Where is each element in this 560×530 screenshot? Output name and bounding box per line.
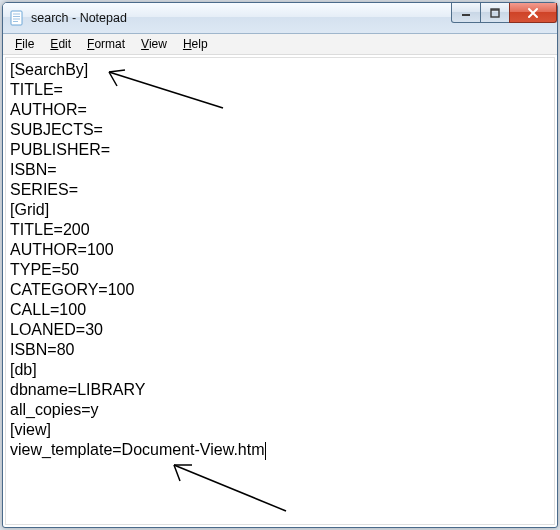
window-title: search - Notepad — [31, 11, 127, 25]
window-control-buttons — [452, 3, 557, 23]
svg-rect-0 — [11, 11, 22, 25]
svg-rect-5 — [462, 14, 470, 16]
minimize-icon — [461, 8, 471, 18]
titlebar[interactable]: search - Notepad — [3, 3, 557, 34]
menu-help[interactable]: Help — [175, 36, 216, 52]
text-editor[interactable]: [SearchBy] TITLE= AUTHOR= SUBJECTS= PUBL… — [7, 59, 553, 523]
text-area-container: [SearchBy] TITLE= AUTHOR= SUBJECTS= PUBL… — [5, 57, 555, 525]
close-icon — [527, 7, 539, 19]
menu-file-rest: ile — [22, 37, 34, 51]
notepad-app-icon — [9, 10, 25, 26]
menu-view[interactable]: View — [133, 36, 175, 52]
menu-edit[interactable]: Edit — [42, 36, 79, 52]
notepad-window: search - Notepad File Edit For — [2, 2, 558, 528]
menu-file[interactable]: File — [7, 36, 42, 52]
maximize-button[interactable] — [480, 3, 510, 23]
menu-format[interactable]: Format — [79, 36, 133, 52]
menu-edit-rest: dit — [58, 37, 71, 51]
menu-view-rest: iew — [149, 37, 167, 51]
menu-help-rest: elp — [192, 37, 208, 51]
menubar: File Edit Format View Help — [3, 34, 557, 55]
text-caret — [265, 442, 266, 460]
menu-format-rest: ormat — [94, 37, 125, 51]
close-button[interactable] — [509, 3, 557, 23]
maximize-icon — [490, 8, 500, 18]
document-text: [SearchBy] TITLE= AUTHOR= SUBJECTS= PUBL… — [10, 61, 265, 458]
minimize-button[interactable] — [451, 3, 481, 23]
